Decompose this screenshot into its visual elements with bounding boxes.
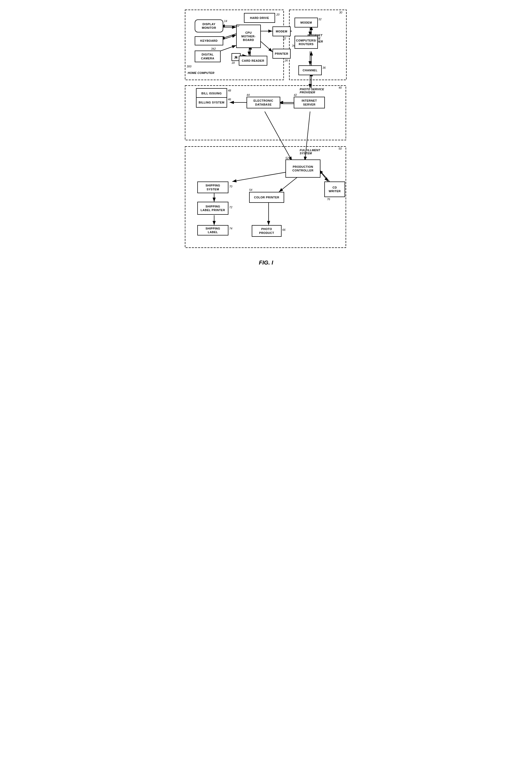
shipping-label-ref: 74	[229, 227, 232, 230]
electronic-database-box: ELECTRONICDATABASE	[247, 97, 280, 108]
svg-line-33	[232, 171, 292, 182]
fulfillment-ref: 50	[339, 147, 342, 150]
digital-camera-ref: 342	[211, 47, 216, 50]
photo-service-ref: 40	[339, 86, 342, 89]
bill-issuing-box: BILL ISSUING	[196, 88, 227, 98]
card-reader-ref: 24	[234, 56, 238, 59]
shipping-label-box: SHIPPINGLABEL	[197, 225, 228, 235]
svg-line-14	[261, 42, 273, 52]
computers-routers-ref: 34	[292, 44, 295, 47]
diagram-container: HARD DRIVE 20 CPUMOTHER-BOARD 12 MODEM 2…	[181, 5, 351, 254]
channel-ref: 36	[322, 66, 326, 69]
display-ref: 14	[224, 19, 227, 22]
printer-ref: 26	[285, 59, 288, 62]
cd-writer-box: CDWRITER	[324, 182, 345, 197]
photo-product-box: PHOTOPRODUCT	[252, 225, 282, 237]
billing-system-ref: 46	[228, 98, 231, 101]
channel-box: CHANNEL	[298, 65, 322, 75]
modem-home-ref: 22	[283, 37, 286, 40]
prod-ctrl-ref: 52	[285, 156, 288, 159]
shipping-label-printer-box: SHIPPINGLABEL PRINTER	[197, 202, 228, 215]
keyboard-box: KEYBOARD	[195, 36, 223, 45]
computers-routers-box: COMPUTERS/ROUTERS	[294, 36, 318, 49]
shipping-system-box: SHIPPINGSYSTEM	[197, 182, 228, 193]
photo-product-ref: 66	[282, 228, 285, 231]
photo-service-label: PHOTO SERVICEPROVIDER	[300, 87, 324, 94]
color-printer-box: COLOR PRINTER	[249, 192, 284, 203]
bill-issuing-ref: 48	[228, 89, 231, 92]
home-computer-label: HOME COMPUTER	[188, 71, 215, 74]
hard-drive-box: HARD DRIVE	[244, 13, 275, 23]
display-monitor-box: DISPLAYMONITOR	[195, 19, 223, 32]
modem-home-box: MODEM	[273, 26, 291, 36]
isp-ref: 30	[339, 11, 342, 14]
color-printer-ref: 54	[249, 188, 252, 191]
printer-box: PRINTER	[273, 49, 291, 59]
cpu-ref: 12	[236, 24, 239, 27]
m-ref: 18	[232, 61, 235, 64]
hard-drive-ref: 20	[276, 13, 280, 16]
modem-isp-box: MODEM	[294, 17, 318, 27]
fulfillment-label: FULFILLMENTSYSTEM	[300, 149, 320, 155]
svg-line-32	[279, 176, 298, 192]
shipping-label-printer-ref: 72	[229, 206, 232, 209]
svg-line-30	[265, 112, 292, 161]
cd-writer-ref: 76	[327, 198, 330, 201]
internet-server-box: INTERNETSERVER	[294, 97, 325, 108]
cpu-motherboard-box: CPUMOTHER-BOARD	[236, 25, 261, 48]
home-300-ref: 300	[187, 65, 191, 68]
figure-label: FIG. I	[181, 259, 351, 266]
svg-line-35	[319, 170, 329, 182]
production-controller-box: PRODUCTIONCONTROLLER	[285, 159, 320, 178]
billing-system-box: BILLING SYSTEM	[196, 97, 227, 108]
shipping-system-ref: 70	[229, 185, 232, 188]
modem-isp-ref: 32	[318, 17, 321, 21]
electronic-db-ref: 44	[247, 93, 250, 96]
internet-server-ref: 42	[294, 93, 297, 96]
digital-camera-box: DIGITALCAMERA	[195, 51, 221, 62]
card-reader-box: CARD READER	[239, 56, 267, 66]
